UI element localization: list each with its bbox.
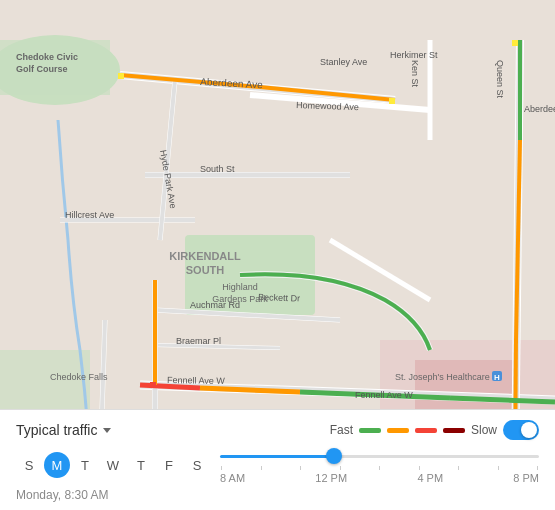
toggle-slider: [503, 420, 539, 440]
day-button-wed[interactable]: W: [100, 452, 126, 478]
day-button-tue[interactable]: T: [72, 452, 98, 478]
traffic-panel: Typical traffic Fast Slow S M T: [0, 409, 555, 510]
time-slider[interactable]: [220, 455, 539, 458]
svg-text:Aberdeen: Aberdeen: [524, 104, 555, 114]
tick-6: [419, 466, 420, 470]
svg-rect-42: [118, 73, 124, 79]
tick-9: [537, 466, 538, 470]
svg-text:H: H: [494, 373, 500, 382]
svg-text:Fennell Ave W: Fennell Ave W: [167, 375, 226, 386]
day-button-sun[interactable]: S: [16, 452, 42, 478]
panel-row-days: S M T W T F S: [16, 446, 539, 484]
time-label-4pm: 4 PM: [417, 472, 443, 484]
svg-text:Stanley Ave: Stanley Ave: [320, 57, 367, 67]
svg-line-37: [140, 385, 200, 388]
day-button-thu[interactable]: T: [128, 452, 154, 478]
traffic-mode-button[interactable]: Typical traffic: [16, 422, 111, 438]
legend-bar-medium: [387, 428, 409, 433]
svg-text:Ken St: Ken St: [410, 60, 420, 88]
legend-bar-slow: [443, 428, 465, 433]
legend-fast-label: Fast: [330, 423, 353, 437]
panel-row-legend: Typical traffic Fast Slow: [16, 420, 539, 440]
time-labels: 8 AM 12 PM 4 PM 8 PM: [220, 472, 539, 484]
tick-2: [261, 466, 262, 470]
tick-1: [221, 466, 222, 470]
tick-4: [340, 466, 341, 470]
slider-track: [220, 446, 539, 466]
tick-7: [458, 466, 459, 470]
svg-text:SOUTH: SOUTH: [186, 264, 225, 276]
current-time-display: Monday, 8:30 AM: [16, 488, 539, 502]
svg-text:Herkimer St: Herkimer St: [390, 50, 438, 60]
svg-text:Braemar Pl: Braemar Pl: [176, 336, 221, 346]
time-slider-container: 8 AM 12 PM 4 PM 8 PM: [220, 446, 539, 484]
map-container: Aberdeen Ave Homewood Ave Stanley Ave He…: [0, 0, 555, 510]
svg-text:Chedoke Civic: Chedoke Civic: [16, 52, 78, 62]
day-button-sat[interactable]: S: [184, 452, 210, 478]
traffic-legend: Fast Slow: [330, 420, 539, 440]
svg-rect-44: [512, 40, 518, 46]
svg-text:Fennell Ave W: Fennell Ave W: [355, 390, 413, 400]
svg-text:Highland: Highland: [222, 282, 258, 292]
svg-text:Hillcrest Ave: Hillcrest Ave: [65, 210, 114, 220]
day-selector: S M T W T F S: [16, 452, 210, 478]
svg-text:South St: South St: [200, 164, 235, 174]
day-button-mon[interactable]: M: [44, 452, 70, 478]
traffic-mode-label: Typical traffic: [16, 422, 97, 438]
legend-bar-fast: [359, 428, 381, 433]
time-label-8pm: 8 PM: [513, 472, 539, 484]
svg-text:St. Joseph's Healthcare: St. Joseph's Healthcare: [395, 372, 490, 382]
tick-5: [379, 466, 380, 470]
tick-container: [220, 466, 539, 470]
svg-text:KIRKENDALL: KIRKENDALL: [169, 250, 241, 262]
day-button-fri[interactable]: F: [156, 452, 182, 478]
svg-text:Golf Course: Golf Course: [16, 64, 68, 74]
svg-text:Queen St: Queen St: [495, 60, 505, 99]
tick-8: [498, 466, 499, 470]
legend-slow-label: Slow: [471, 423, 497, 437]
svg-text:Chedoke Falls: Chedoke Falls: [50, 372, 108, 382]
current-time-label: Monday, 8:30 AM: [16, 488, 109, 502]
time-label-8am: 8 AM: [220, 472, 245, 484]
time-label-12pm: 12 PM: [315, 472, 347, 484]
svg-rect-43: [389, 98, 395, 104]
legend-bar-slow-medium: [415, 428, 437, 433]
svg-rect-45: [150, 382, 156, 388]
traffic-toggle[interactable]: [503, 420, 539, 440]
svg-text:Gardens Park: Gardens Park: [212, 294, 268, 304]
tick-3: [300, 466, 301, 470]
chevron-down-icon: [103, 428, 111, 433]
